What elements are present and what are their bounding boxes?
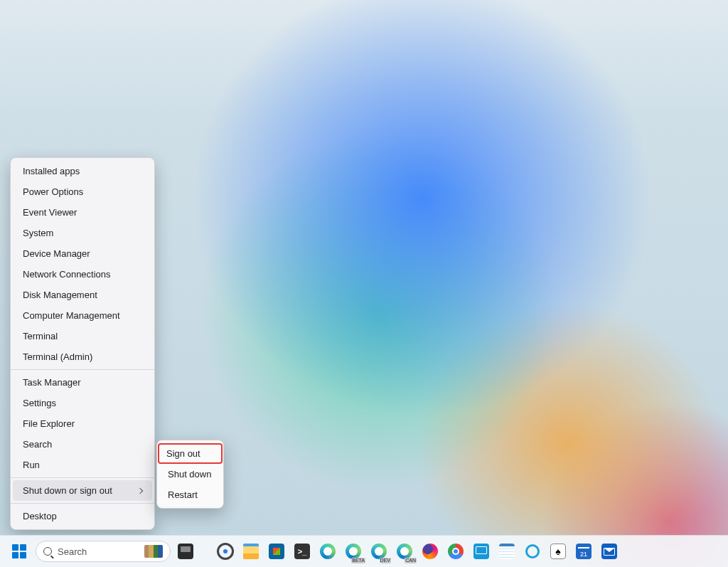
menu-item-terminal[interactable]: Terminal: [13, 326, 152, 346]
menu-separator: [11, 477, 154, 478]
submenu-item-sign-out[interactable]: Sign out: [158, 443, 223, 464]
mail-icon: [601, 544, 617, 559]
taskbar: Search BETA DEV CAN: [0, 535, 728, 567]
cortana-icon: [525, 544, 540, 558]
submenu-item-restart[interactable]: Restart: [159, 484, 221, 505]
taskbar-app-terminal[interactable]: [291, 541, 313, 562]
winx-context-menu: Installed apps Power Options Event Viewe…: [10, 157, 155, 530]
chrome-icon: [448, 544, 464, 559]
taskbar-app-settings[interactable]: [215, 541, 236, 562]
taskbar-app-chrome[interactable]: [445, 541, 466, 562]
menu-item-label: Desktop: [23, 511, 57, 521]
menu-item-label: Run: [23, 460, 40, 470]
search-placeholder: Search: [58, 546, 87, 557]
menu-item-run[interactable]: Run: [13, 455, 152, 475]
edge-icon: [320, 544, 336, 559]
menu-item-task-manager[interactable]: Task Manager: [13, 372, 152, 393]
taskbar-app-remote-desktop[interactable]: [471, 541, 492, 562]
menu-item-label: Task Manager: [23, 377, 81, 388]
submenu-item-label: Shut down: [168, 469, 211, 479]
terminal-icon: [294, 544, 310, 559]
menu-item-label: Network Connections: [23, 269, 111, 280]
menu-item-desktop[interactable]: Desktop: [13, 506, 152, 526]
taskbar-app-edge-beta[interactable]: BETA: [343, 541, 364, 562]
firefox-icon: [422, 544, 438, 559]
taskbar-search[interactable]: Search: [36, 541, 171, 562]
taskbar-app-edge-dev[interactable]: DEV: [368, 541, 390, 562]
menu-item-power-options[interactable]: Power Options: [13, 181, 152, 202]
store-icon: [269, 544, 284, 559]
menu-item-label: Installed apps: [23, 166, 80, 176]
taskbar-app-mail[interactable]: [599, 541, 620, 562]
edge-icon: [371, 544, 387, 559]
task-view-icon: [178, 544, 193, 559]
menu-item-terminal-admin[interactable]: Terminal (Admin): [13, 346, 152, 367]
taskbar-app-cortana[interactable]: [522, 541, 543, 562]
submenu-item-label: Restart: [168, 489, 198, 500]
solitaire-icon: [550, 544, 566, 559]
menu-separator: [11, 503, 154, 504]
menu-item-file-explorer[interactable]: File Explorer: [13, 413, 152, 434]
search-highlight-icon: [144, 545, 163, 558]
menu-item-label: Power Options: [23, 186, 83, 197]
edge-icon: [346, 544, 361, 559]
submenu-item-label: Sign out: [166, 448, 200, 459]
menu-item-label: Event Viewer: [23, 207, 77, 218]
menu-item-device-manager[interactable]: Device Manager: [13, 243, 152, 264]
taskbar-app-edge[interactable]: [317, 541, 338, 562]
menu-item-label: Shut down or sign out: [23, 485, 112, 496]
taskbar-app-file-explorer[interactable]: [240, 541, 262, 562]
task-view-button[interactable]: [175, 541, 196, 562]
menu-item-label: Device Manager: [23, 248, 90, 259]
menu-item-label: Search: [23, 439, 52, 450]
menu-separator: [11, 369, 154, 370]
search-icon: [43, 547, 52, 556]
edge-badge: BETA: [351, 558, 365, 563]
calendar-icon: [576, 544, 592, 559]
edge-badge: DEV: [380, 558, 391, 563]
taskbar-app-firefox[interactable]: [419, 541, 441, 562]
taskbar-app-solitaire[interactable]: [547, 541, 569, 562]
menu-item-label: System: [23, 228, 53, 238]
chevron-right-icon: [137, 487, 143, 493]
menu-item-search[interactable]: Search: [13, 434, 152, 455]
menu-item-label: Settings: [23, 398, 56, 408]
start-button[interactable]: [7, 539, 31, 563]
notepad-icon: [499, 544, 515, 559]
menu-item-label: Disk Management: [23, 290, 97, 300]
menu-item-settings[interactable]: Settings: [13, 393, 152, 413]
menu-item-label: Terminal (Admin): [23, 351, 92, 362]
windows-logo-icon: [12, 544, 18, 551]
menu-item-label: Computer Management: [23, 310, 120, 321]
menu-item-label: File Explorer: [23, 418, 75, 429]
taskbar-app-microsoft-store[interactable]: [266, 541, 287, 562]
submenu-item-shut-down[interactable]: Shut down: [159, 464, 221, 484]
shutdown-submenu: Sign out Shut down Restart: [156, 440, 224, 509]
menu-item-installed-apps[interactable]: Installed apps: [13, 161, 152, 181]
taskbar-app-calendar[interactable]: [573, 541, 594, 562]
remote-desktop-icon: [473, 544, 489, 559]
menu-item-system[interactable]: System: [13, 223, 152, 243]
gear-icon: [218, 544, 233, 559]
folder-icon: [243, 544, 259, 559]
taskbar-app-edge-canary[interactable]: CAN: [394, 541, 415, 562]
taskbar-app-notepad[interactable]: [496, 541, 518, 562]
menu-item-network-connections[interactable]: Network Connections: [13, 264, 152, 285]
edge-badge: CAN: [405, 558, 417, 563]
menu-item-event-viewer[interactable]: Event Viewer: [13, 202, 152, 223]
menu-item-computer-management[interactable]: Computer Management: [13, 305, 152, 326]
edge-icon: [397, 544, 412, 559]
menu-item-label: Terminal: [23, 331, 58, 341]
menu-item-disk-management[interactable]: Disk Management: [13, 285, 152, 305]
menu-item-shutdown-signout[interactable]: Shut down or sign out: [13, 480, 152, 501]
